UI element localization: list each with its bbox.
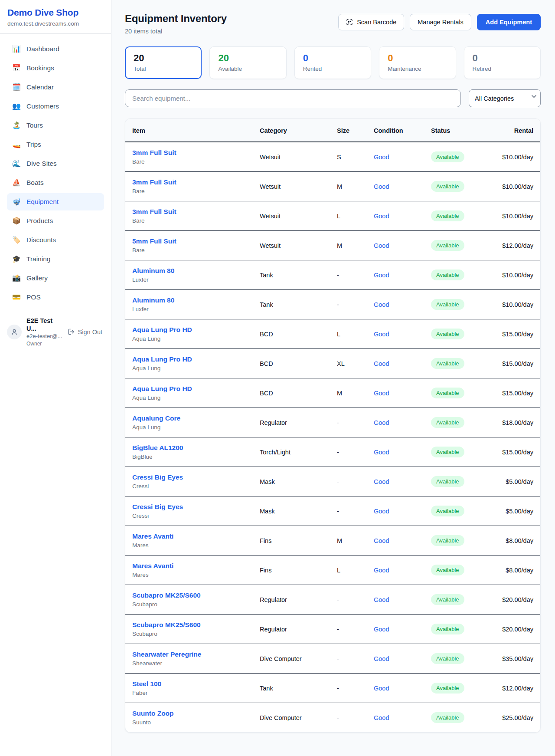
item-category: Mask <box>253 467 330 496</box>
item-name-link[interactable]: 3mm Full Suit <box>132 207 246 216</box>
item-condition-link[interactable]: Good <box>374 242 389 249</box>
item-rental-rate: $15.00/day <box>485 319 540 349</box>
status-badge: Available <box>431 683 464 694</box>
item-name-link[interactable]: Aluminum 80 <box>132 296 246 305</box>
item-condition-link[interactable]: Good <box>374 685 389 692</box>
item-size: M <box>330 231 367 260</box>
stat-value: 0 <box>303 53 362 64</box>
item-brand: Shearwater <box>132 660 246 667</box>
sidebar-item-bookings[interactable]: 📅Bookings <box>7 59 104 77</box>
table-row: Aqualung CoreAqua LungRegulator-GoodAvai… <box>125 408 540 437</box>
stat-label: Maintenance <box>388 66 447 72</box>
credit-card-icon: 💳 <box>12 294 21 301</box>
add-equipment-button[interactable]: Add Equipment <box>477 14 541 30</box>
item-name-link[interactable]: 3mm Full Suit <box>132 148 246 157</box>
sidebar-item-equipment[interactable]: 🤿Equipment <box>7 193 104 210</box>
sidebar-item-calendar[interactable]: 🗓️Calendar <box>7 79 104 96</box>
item-rental-rate: $10.00/day <box>485 201 540 231</box>
table-row: Aqua Lung Pro HDAqua LungBCDMGoodAvailab… <box>125 378 540 408</box>
item-size: - <box>330 437 367 467</box>
item-condition-link[interactable]: Good <box>374 537 389 544</box>
sign-out-button[interactable]: Sign Out <box>68 328 102 335</box>
item-condition-link[interactable]: Good <box>374 567 389 574</box>
item-condition-link[interactable]: Good <box>374 508 389 515</box>
sidebar-item-customers[interactable]: 👥Customers <box>7 98 104 115</box>
item-condition-link[interactable]: Good <box>374 360 389 367</box>
item-condition-link[interactable]: Good <box>374 449 389 456</box>
sidebar-item-dive-sites[interactable]: 🌊Dive Sites <box>7 155 104 172</box>
scan-barcode-label: Scan Barcode <box>357 19 396 26</box>
item-condition-link[interactable]: Good <box>374 419 389 426</box>
item-name-link[interactable]: Steel 100 <box>132 680 246 688</box>
item-name-link[interactable]: Scubapro MK25/S600 <box>132 591 246 600</box>
item-rental-rate: $15.00/day <box>485 349 540 378</box>
search-input[interactable] <box>125 89 461 107</box>
stat-card-maintenance[interactable]: 0Maintenance <box>379 46 456 79</box>
scan-barcode-button[interactable]: Scan Barcode <box>338 14 404 30</box>
item-condition-link[interactable]: Good <box>374 626 389 633</box>
calendar-icon: 📅 <box>12 65 21 72</box>
item-condition-link[interactable]: Good <box>374 301 389 308</box>
item-condition-link[interactable]: Good <box>374 272 389 279</box>
item-rental-rate: $18.00/day <box>485 408 540 437</box>
item-name-link[interactable]: BigBlue AL1200 <box>132 444 246 452</box>
sidebar-item-discounts[interactable]: 🏷️Discounts <box>7 231 104 249</box>
column-header-size: Size <box>330 119 367 142</box>
item-condition-link[interactable]: Good <box>374 213 389 220</box>
item-brand: Aqua Lung <box>132 424 246 431</box>
sidebar-item-training[interactable]: 🎓Training <box>7 250 104 268</box>
item-category: Wetsuit <box>253 231 330 260</box>
item-condition-link[interactable]: Good <box>374 596 389 603</box>
item-name-link[interactable]: Suunto Zoop <box>132 709 246 718</box>
status-badge: Available <box>431 417 464 428</box>
item-name-link[interactable]: Aqua Lung Pro HD <box>132 355 246 364</box>
sidebar-nav: 📊Dashboard📅Bookings🗓️Calendar👥Customers🏝… <box>0 34 111 310</box>
item-name-link[interactable]: Scubapro MK25/S600 <box>132 621 246 629</box>
sidebar-item-tours[interactable]: 🏝️Tours <box>7 117 104 134</box>
item-name-link[interactable]: Mares Avanti <box>132 562 246 570</box>
item-brand: Aqua Lung <box>132 394 246 401</box>
item-brand: BigBlue <box>132 453 246 460</box>
sidebar-item-products[interactable]: 📦Products <box>7 212 104 230</box>
item-name-link[interactable]: Aluminum 80 <box>132 266 246 275</box>
item-size: XL <box>330 349 367 378</box>
item-name-link[interactable]: Cressi Big Eyes <box>132 473 246 482</box>
item-name-link[interactable]: Aqualung Core <box>132 414 246 423</box>
user-name: E2E Test U... <box>26 317 63 332</box>
item-condition-link[interactable]: Good <box>374 390 389 397</box>
item-condition-link[interactable]: Good <box>374 478 389 485</box>
item-name-link[interactable]: Mares Avanti <box>132 532 246 541</box>
item-category: Tank <box>253 260 330 290</box>
item-condition-link[interactable]: Good <box>374 714 389 721</box>
column-header-item: Item <box>125 119 253 142</box>
item-name-link[interactable]: Cressi Big Eyes <box>132 503 246 511</box>
stat-card-available[interactable]: 20Available <box>209 46 286 79</box>
sidebar-item-pos[interactable]: 💳POS <box>7 289 104 306</box>
item-name-link[interactable]: Aqua Lung Pro HD <box>132 385 246 393</box>
sidebar-item-boats[interactable]: ⛵Boats <box>7 174 104 191</box>
item-name-link[interactable]: 5mm Full Suit <box>132 237 246 246</box>
stat-card-total[interactable]: 20Total <box>125 46 202 79</box>
item-brand: Aqua Lung <box>132 335 246 342</box>
item-condition-link[interactable]: Good <box>374 655 389 662</box>
manage-rentals-button[interactable]: Manage Rentals <box>410 14 471 30</box>
sidebar-item-trips[interactable]: 🚤Trips <box>7 136 104 153</box>
sidebar-item-gallery[interactable]: 📸Gallery <box>7 270 104 287</box>
item-condition-link[interactable]: Good <box>374 183 389 190</box>
stat-card-rented[interactable]: 0Rented <box>294 46 371 79</box>
category-filter-select[interactable]: All Categories <box>469 89 541 107</box>
item-name-link[interactable]: Shearwater Peregrine <box>132 650 246 659</box>
stat-value: 0 <box>388 53 447 64</box>
item-brand: Cressi <box>132 483 246 490</box>
item-name-link[interactable]: 3mm Full Suit <box>132 178 246 187</box>
sidebar-item-label: Dive Sites <box>26 160 57 168</box>
item-condition-link[interactable]: Good <box>374 154 389 161</box>
item-name-link[interactable]: Aqua Lung Pro HD <box>132 325 246 334</box>
status-badge: Available <box>431 388 464 398</box>
stat-card-retired[interactable]: 0Retired <box>464 46 541 79</box>
table-row: 3mm Full SuitBareWetsuitMGoodAvailable$1… <box>125 172 540 201</box>
sidebar-item-dashboard[interactable]: 📊Dashboard <box>7 40 104 58</box>
equipment-table-card: Item Category Size Condition Status Rent… <box>125 118 541 733</box>
item-condition-link[interactable]: Good <box>374 331 389 338</box>
status-badge: Available <box>431 624 464 634</box>
